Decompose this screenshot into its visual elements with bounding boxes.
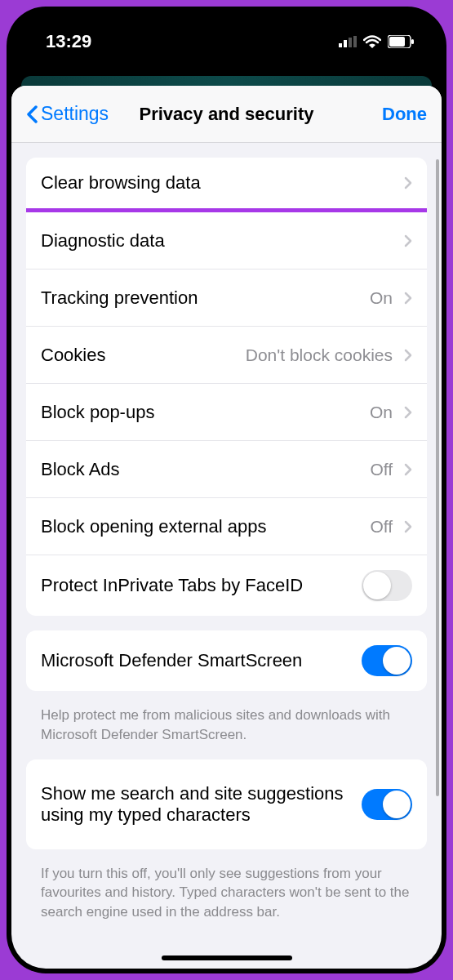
settings-sheet: Settings Privacy and security Done Clear… [11,86,442,969]
row-value: Off [370,460,393,479]
svg-rect-6 [411,39,414,44]
status-bar: 13:29 [7,7,446,76]
back-label: Settings [41,103,109,125]
row-label: Clear browsing data [41,172,404,194]
home-indicator[interactable] [162,956,292,960]
chevron-right-icon [404,463,412,476]
settings-group-suggestions: Show me search and site suggestions usin… [26,760,427,849]
chevron-left-icon [26,105,38,123]
row-value: On [370,288,393,308]
row-label: Microsoft Defender SmartScreen [41,650,362,671]
row-diagnostic-data[interactable]: Diagnostic data [26,212,427,270]
row-label: Tracking prevention [41,287,370,309]
battery-icon [388,35,414,48]
svg-rect-2 [349,38,352,47]
settings-group-privacy: Clear browsing data Diagnostic data Trac… [26,158,427,616]
row-value: Off [370,517,393,537]
row-label: Block opening external apps [41,516,370,537]
chevron-right-icon [404,292,412,305]
wifi-icon [363,35,381,48]
svg-rect-3 [353,36,357,47]
status-icons [339,35,414,48]
toggle-search-suggestions[interactable] [362,789,412,820]
nav-bar: Settings Privacy and security Done [11,86,442,143]
row-label: Cookies [41,345,246,366]
row-protect-inprivate-faceid: Protect InPrivate Tabs by FaceID [26,555,427,616]
footer-suggestions: If you turn this off, you'll only see su… [26,864,427,937]
row-label: Block Ads [41,459,370,480]
row-value: Don't block cookies [246,345,393,365]
row-clear-browsing-data[interactable]: Clear browsing data [26,158,427,212]
settings-group-smartscreen: Microsoft Defender SmartScreen [26,630,427,691]
chevron-right-icon [404,234,412,247]
toggle-smartscreen[interactable] [362,645,412,676]
row-label: Diagnostic data [41,230,404,252]
row-block-ads[interactable]: Block Ads Off [26,441,427,498]
scroll-indicator[interactable] [436,159,439,796]
row-cookies[interactable]: Cookies Don't block cookies [26,327,427,384]
content-area: Clear browsing data Diagnostic data Trac… [11,143,442,969]
status-time: 13:29 [46,31,91,52]
row-value: On [370,403,393,422]
done-button[interactable]: Done [382,104,427,125]
chevron-right-icon [404,176,412,189]
back-button[interactable]: Settings [26,103,109,125]
row-label: Block pop-ups [41,402,370,423]
row-label: Protect InPrivate Tabs by FaceID [41,575,362,596]
cellular-icon [339,36,357,47]
chevron-right-icon [404,406,412,419]
row-search-suggestions: Show me search and site suggestions usin… [26,760,427,849]
chevron-right-icon [404,520,412,533]
svg-rect-1 [344,40,347,47]
row-block-popups[interactable]: Block pop-ups On [26,384,427,441]
svg-rect-5 [389,37,405,47]
row-smartscreen: Microsoft Defender SmartScreen [26,630,427,691]
phone-frame: 13:29 Settings Privacy and security Done… [7,7,446,973]
footer-smartscreen: Help protect me from malicious sites and… [26,706,427,760]
toggle-protect-inprivate[interactable] [362,570,412,601]
row-tracking-prevention[interactable]: Tracking prevention On [26,270,427,327]
chevron-right-icon [404,349,412,362]
svg-rect-0 [339,43,342,47]
row-block-external-apps[interactable]: Block opening external apps Off [26,498,427,555]
row-label: Show me search and site suggestions usin… [41,783,362,826]
